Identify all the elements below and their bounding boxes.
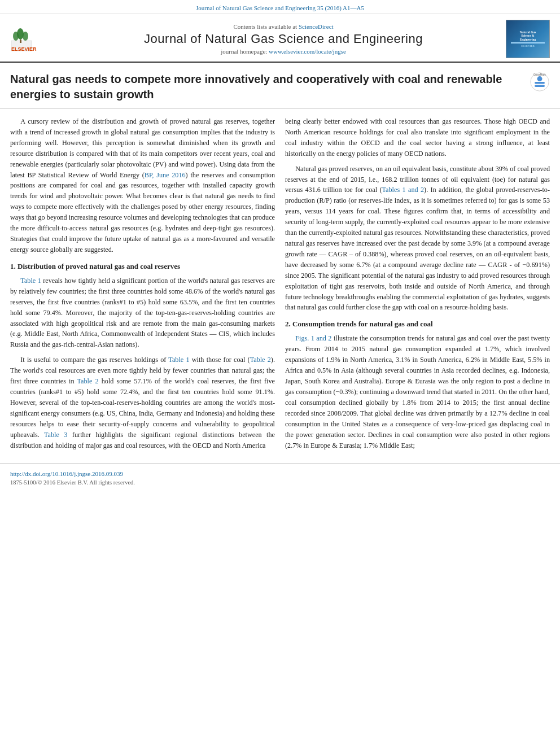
svg-point-2 bbox=[17, 28, 24, 40]
abstract-text-1: A cursory review of the distribution and… bbox=[10, 117, 275, 179]
issn-text: 1875-5100/© 2016 Elsevier B.V. All right… bbox=[10, 479, 550, 486]
abstract-text-2: ) the reserves and consumption positions… bbox=[10, 171, 275, 254]
bp-june-2016-link[interactable]: BP, June 2016 bbox=[145, 171, 186, 179]
right-p2-text: ). In addition, the global proved-reserv… bbox=[285, 186, 550, 311]
article-title-row: Natural gas needs to compete more innova… bbox=[10, 72, 550, 102]
figs12-link[interactable]: Figs. 1 and 2 bbox=[295, 334, 331, 342]
svg-text:CrossMark: CrossMark bbox=[533, 73, 546, 76]
crossmark-badge: CrossMark bbox=[530, 72, 550, 92]
journal-title: Journal of Natural Gas Science and Engin… bbox=[61, 32, 506, 46]
cover-subtitle: ELSEVIER bbox=[521, 45, 535, 47]
table2-link-1[interactable]: Table 2 bbox=[250, 356, 271, 364]
contents-label: Contents lists available at bbox=[233, 23, 297, 30]
journal-header-center: Contents lists available at ScienceDirec… bbox=[61, 23, 506, 55]
section1-p2-end: hold some 57.1% of the world's coal rese… bbox=[10, 377, 275, 439]
journal-header: ELSEVIER Contents lists available at Sci… bbox=[0, 14, 560, 63]
table3-link[interactable]: Table 3 bbox=[44, 431, 67, 439]
page-footer: http://dx.doi.org/10.1016/j.jngse.2016.0… bbox=[0, 463, 560, 489]
column-left: A cursory review of the distribution and… bbox=[10, 116, 275, 455]
journal-reference-bar: Journal of Natural Gas Science and Engin… bbox=[0, 0, 560, 14]
sciencedirect-link[interactable]: ScienceDirect bbox=[299, 23, 334, 30]
table2-link-2[interactable]: Table 2 bbox=[77, 377, 98, 385]
svg-point-7 bbox=[537, 76, 542, 81]
section1-paragraph2: It is useful to compare the gas reserves… bbox=[10, 355, 275, 451]
doi-link[interactable]: http://dx.doi.org/10.1016/j.jngse.2016.0… bbox=[10, 470, 123, 477]
section1-p2-mid: with those for coal ( bbox=[190, 356, 250, 364]
article-title: Natural gas needs to compete more innova… bbox=[10, 72, 530, 102]
svg-rect-4 bbox=[20, 40, 21, 43]
section2-paragraph1: Figs. 1 and 2 illustrate the consumption… bbox=[285, 333, 550, 451]
section2-text: illustrate the consumption trends for na… bbox=[285, 334, 550, 449]
svg-rect-8 bbox=[535, 82, 545, 84]
abstract-paragraph: A cursory review of the distribution and… bbox=[10, 116, 275, 255]
svg-text:ELSEVIER: ELSEVIER bbox=[11, 46, 37, 52]
homepage-url[interactable]: www.elsevier.com/locate/jngse bbox=[269, 48, 346, 55]
page: Journal of Natural Gas Science and Engin… bbox=[0, 0, 560, 747]
elsevier-logo-area: ELSEVIER bbox=[10, 24, 61, 55]
section1-text-1: reveals how tightly held a significant p… bbox=[10, 277, 275, 348]
homepage-label: journal homepage: bbox=[221, 48, 267, 55]
article-title-section: Natural gas needs to compete more innova… bbox=[0, 63, 560, 108]
body-columns: A cursory review of the distribution and… bbox=[0, 108, 560, 455]
column-right: being clearly better endowed with coal r… bbox=[285, 116, 550, 455]
journal-homepage-line: journal homepage: www.elsevier.com/locat… bbox=[61, 48, 506, 55]
table1-link-2[interactable]: Table 1 bbox=[168, 356, 189, 364]
journal-reference-text: Journal of Natural Gas Science and Engin… bbox=[196, 5, 364, 11]
tables12-link[interactable]: Tables 1 and 2 bbox=[382, 186, 425, 194]
section1-heading: 1. Distribution of proved natural gas an… bbox=[10, 261, 275, 272]
contents-available-line: Contents lists available at ScienceDirec… bbox=[61, 23, 506, 30]
journal-cover-image: Natural GasScience &Engineering ELSEVIER bbox=[506, 20, 550, 58]
svg-rect-9 bbox=[535, 85, 545, 87]
cover-divider bbox=[511, 42, 545, 43]
elsevier-logo-svg: ELSEVIER bbox=[10, 24, 61, 55]
table1-link-1[interactable]: Table 1 bbox=[20, 277, 41, 285]
right-para-2: Natural gas proved reserves, on an oil e… bbox=[285, 164, 550, 313]
section2-heading: 2. Consumption trends for natural gas an… bbox=[285, 318, 550, 330]
section1-p2-pre: It is useful to compare the gas reserves… bbox=[20, 356, 168, 364]
section1-paragraph1: Table 1 reveals how tightly held a signi… bbox=[10, 276, 275, 350]
svg-point-3 bbox=[23, 32, 28, 41]
right-para-1: being clearly better endowed with coal r… bbox=[285, 116, 550, 159]
